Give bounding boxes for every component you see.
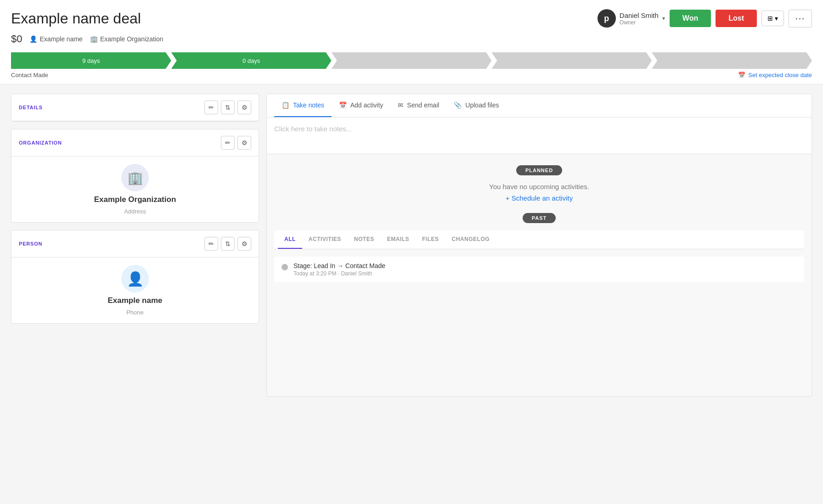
grid-chevron-icon: ▾ <box>775 15 778 22</box>
person-settings-button[interactable]: ⚙ <box>237 237 251 251</box>
current-stage-label: Contact Made <box>11 72 48 78</box>
tab-notes-label: Take notes <box>293 101 324 109</box>
sub-tab-files[interactable]: FILES <box>416 230 445 249</box>
details-actions: ✏ ⇅ ⚙ <box>204 101 251 114</box>
person-section: PERSON ✏ ⇅ ⚙ 👤 Example name Phone <box>11 230 259 324</box>
timeline-item: Stage: Lead In → Contact Made Today at 3… <box>274 257 804 282</box>
past-badge: PAST <box>523 213 556 223</box>
stage-label-1: 9 days <box>82 57 100 64</box>
gear-icon: ⚙ <box>242 104 248 111</box>
organization-section: ORGANIZATION ✏ ⚙ 🏢 Example Organization … <box>11 129 259 223</box>
tab-add-activity[interactable]: 📅 Add activity <box>332 94 391 117</box>
paperclip-icon: 📎 <box>454 101 462 109</box>
pipeline-stage-1[interactable]: 9 days <box>11 52 171 69</box>
org-settings-button[interactable]: ⚙ <box>237 136 251 150</box>
main-content: DETAILS ✏ ⇅ ⚙ ORGANIZATION <box>0 84 823 406</box>
pipeline-stage-4[interactable] <box>491 52 652 69</box>
person-edit-button[interactable]: ✏ <box>204 237 218 251</box>
no-activities-text: You have no upcoming activities. <box>274 183 804 190</box>
owner-role: Owner <box>620 19 659 26</box>
org-name: Example Organization <box>94 195 176 204</box>
schedule-activity-link[interactable]: + Schedule an activity <box>274 194 804 202</box>
edit-icon: ✏ <box>209 240 214 247</box>
pipeline-bar: 9 days 0 days <box>11 52 812 69</box>
person-actions: ✏ ⇅ ⚙ <box>204 237 251 251</box>
timeline-meta: Today at 3:20 PM · Daniel Smith <box>293 270 385 277</box>
organization-card: 🏢 Example Organization Address <box>11 157 259 222</box>
timeline-dot <box>282 264 288 270</box>
sub-tab-emails[interactable]: EMAILS <box>381 230 416 249</box>
owner-info: Daniel Smith Owner <box>620 11 659 26</box>
details-sort-button[interactable]: ⇅ <box>221 101 235 114</box>
details-section: DETAILS ✏ ⇅ ⚙ <box>11 94 259 122</box>
gear-icon: ⚙ <box>242 240 248 247</box>
edit-icon: ✏ <box>225 139 231 146</box>
notes-icon: 📋 <box>282 101 289 109</box>
pipeline-stage-2[interactable]: 0 days <box>171 52 332 69</box>
person-name: Example name <box>107 296 162 305</box>
planned-badge: PLANNED <box>516 165 562 175</box>
sort-icon: ⇅ <box>225 240 231 247</box>
details-header: DETAILS ✏ ⇅ ⚙ <box>11 94 259 121</box>
set-close-date-button[interactable]: 📅 Set expected close date <box>738 72 812 78</box>
person-header: PERSON ✏ ⇅ ⚙ <box>11 230 259 258</box>
set-close-date-label: Set expected close date <box>748 72 812 78</box>
tab-files-label: Upload files <box>465 101 499 109</box>
grid-icon: ⊞ <box>767 15 773 22</box>
timeline-text: Stage: Lead In → Contact Made <box>293 262 385 269</box>
tab-activity-label: Add activity <box>350 101 383 109</box>
pipeline-stage-5[interactable] <box>652 52 812 69</box>
tab-email-label: Send email <box>407 101 439 109</box>
person-icon: 👤 <box>29 35 37 43</box>
edit-icon: ✏ <box>209 104 214 111</box>
right-panel: 📋 Take notes 📅 Add activity ✉ Send email… <box>266 94 812 397</box>
gear-icon: ⚙ <box>242 139 248 146</box>
person-title: PERSON <box>19 241 42 246</box>
grid-view-button[interactable]: ⊞ ▾ <box>761 11 784 26</box>
organization-header: ORGANIZATION ✏ ⚙ <box>11 129 259 157</box>
person-phone-label: Phone <box>126 309 144 316</box>
person-card: 👤 Example name Phone <box>11 258 259 323</box>
owner-selector[interactable]: p Daniel Smith Owner ▾ <box>598 9 665 28</box>
org-address-label: Address <box>124 208 146 215</box>
won-button[interactable]: Won <box>670 10 711 27</box>
calendar-icon: 📅 <box>339 101 347 109</box>
header-actions: p Daniel Smith Owner ▾ Won Lost ⊞ ▾ ··· <box>598 9 812 28</box>
sub-tab-activities[interactable]: ACTIVITIES <box>302 230 348 249</box>
person-avatar: 👤 <box>121 265 149 292</box>
lost-button[interactable]: Lost <box>716 10 757 27</box>
deal-title: Example name deal <box>11 10 141 27</box>
sub-tab-notes[interactable]: NOTES <box>348 230 381 249</box>
deal-org-meta: 🏢 Example Organization <box>90 35 163 43</box>
building-icon: 🏢 <box>90 35 98 43</box>
pipeline-stage-3[interactable] <box>332 52 492 69</box>
avatar: p <box>598 9 616 28</box>
notes-placeholder: Click here to take notes... <box>274 125 352 133</box>
sub-tabs: ALL ACTIVITIES NOTES EMAILS FILES CHANGE… <box>274 230 804 249</box>
sub-tab-all[interactable]: ALL <box>278 230 302 249</box>
org-edit-button[interactable]: ✏ <box>221 136 235 150</box>
details-edit-button[interactable]: ✏ <box>204 101 218 114</box>
organization-title: ORGANIZATION <box>19 140 62 146</box>
org-icon: 🏢 <box>121 164 149 191</box>
past-section: PAST ALL ACTIVITIES NOTES EMAILS FILES C… <box>274 213 804 282</box>
deal-org-name: Example Organization <box>100 35 163 43</box>
notes-area[interactable]: Click here to take notes... <box>266 118 812 154</box>
organization-actions: ✏ ⚙ <box>221 136 251 150</box>
left-panel: DETAILS ✏ ⇅ ⚙ ORGANIZATION <box>11 94 259 397</box>
timeline-content: Stage: Lead In → Contact Made Today at 3… <box>293 262 385 277</box>
deal-meta: $0 👤 Example name 🏢 Example Organization <box>11 33 812 45</box>
activity-content: PLANNED You have no upcoming activities.… <box>266 154 812 397</box>
stage-label-row: Contact Made 📅 Set expected close date <box>11 69 812 84</box>
deal-person-name: Example name <box>39 35 82 43</box>
planned-badge-container: PLANNED <box>274 165 804 175</box>
tab-send-email[interactable]: ✉ Send email <box>390 94 446 117</box>
email-icon: ✉ <box>398 101 403 109</box>
person-sort-button[interactable]: ⇅ <box>221 237 235 251</box>
details-settings-button[interactable]: ⚙ <box>237 101 251 114</box>
tab-take-notes[interactable]: 📋 Take notes <box>274 94 332 117</box>
sub-tab-changelog[interactable]: CHANGELOG <box>445 230 496 249</box>
details-title: DETAILS <box>19 105 43 110</box>
tab-upload-files[interactable]: 📎 Upload files <box>446 94 506 117</box>
more-options-button[interactable]: ··· <box>789 10 812 28</box>
